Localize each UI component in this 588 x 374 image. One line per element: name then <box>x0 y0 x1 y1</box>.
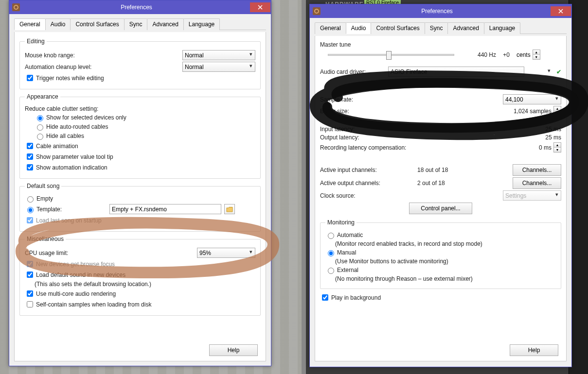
tab-audio[interactable]: Audio <box>346 22 372 34</box>
window-title: Preferences <box>23 4 250 11</box>
browse-template-button[interactable] <box>224 204 235 214</box>
close-icon <box>258 5 263 10</box>
tab-general[interactable]: General <box>14 18 46 30</box>
sample-rate-select[interactable]: 44,100 <box>503 94 561 104</box>
rc-hide-auto-radio[interactable] <box>37 124 43 131</box>
cpu-limit-label: CPU usage limit: <box>25 250 68 256</box>
play-bg-checkbox[interactable] <box>322 294 328 301</box>
buffer-spinner[interactable]: ▲▼ <box>553 106 561 116</box>
driver-ok-icon: ✔ <box>556 68 561 75</box>
auto-indication-checkbox[interactable] <box>27 164 33 170</box>
sample-rate-label: Sample rate: <box>320 96 437 103</box>
preferences-dialog-general: Preferences General Audio Control Surfac… <box>9 0 271 366</box>
buffer-size-label: Buffer size: <box>320 108 437 115</box>
slider-thumb[interactable] <box>386 51 392 60</box>
tab-sync[interactable]: Sync <box>425 22 448 34</box>
spin-down[interactable]: ▼ <box>533 55 540 59</box>
mon-ext-radio[interactable] <box>328 268 334 274</box>
cable-animation-label: Cable animation <box>36 143 78 150</box>
preferences-dialog-audio: Preferences General Audio Control Surfac… <box>309 4 572 367</box>
selfcontain-checkbox[interactable] <box>27 301 33 307</box>
mon-ext-label: External <box>337 267 358 273</box>
tabstrip: General Audio Control Surfaces Sync Adva… <box>315 22 567 34</box>
ds-load-last-label: Load last song on startup <box>36 217 102 224</box>
tab-advanced[interactable]: Advanced <box>147 18 183 30</box>
spin-up[interactable]: ▲ <box>533 50 540 55</box>
appearance-legend: Appearance <box>25 93 60 100</box>
mon-auto-label: Automatic <box>337 232 363 238</box>
param-tooltip-checkbox[interactable] <box>27 153 33 160</box>
load-default-sound-note: (This also sets the default browsing loc… <box>35 281 151 288</box>
mon-manual-radio[interactable] <box>328 250 334 256</box>
group-default-song: Default song Empty Template: Load last s… <box>19 183 261 232</box>
spin-down[interactable]: ▼ <box>554 148 561 152</box>
cpu-limit-select[interactable]: 95% <box>197 248 255 258</box>
window-title: Preferences <box>323 8 551 15</box>
titlebar[interactable]: Preferences <box>9 0 271 14</box>
tab-sync[interactable]: Sync <box>124 18 148 30</box>
app-icon <box>12 3 20 11</box>
multicore-checkbox[interactable] <box>27 290 33 297</box>
close-button[interactable] <box>551 6 571 16</box>
tab-advanced[interactable]: Advanced <box>447 22 484 34</box>
tab-control-surfaces[interactable]: Control Surfaces <box>371 22 425 34</box>
spin-up[interactable]: ▲ <box>554 106 561 111</box>
tabstrip: General Audio Control Surfaces Sync Adva… <box>14 18 266 30</box>
rc-hide-all-radio[interactable] <box>37 134 43 140</box>
group-appearance: Appearance Reduce cable clutter setting:… <box>19 93 261 179</box>
in-channels-button[interactable]: Channels... <box>513 164 561 176</box>
buffer-size-value: 1,024 samples <box>508 108 552 115</box>
mon-auto-radio[interactable] <box>328 233 334 239</box>
driver-label: Audio card driver: <box>320 68 388 75</box>
active-in-value: 18 out of 18 <box>417 167 466 173</box>
trigger-notes-label: Trigger notes while editing <box>36 75 104 82</box>
default-song-legend: Default song <box>25 183 61 189</box>
tab-language[interactable]: Language <box>484 22 520 34</box>
control-panel-button[interactable]: Control panel... <box>409 203 472 214</box>
ds-empty-label: Empty <box>36 195 53 202</box>
cable-animation-checkbox[interactable] <box>27 143 33 149</box>
folder-icon <box>226 206 233 212</box>
help-button[interactable]: Help <box>510 344 558 356</box>
spin-up[interactable]: ▲ <box>554 143 561 148</box>
rc-hide-auto-label: Hide auto-routed cables <box>46 123 108 130</box>
ds-template-label: Template: <box>36 206 109 213</box>
rec-comp-label: Recording latency compensation: <box>320 144 446 151</box>
tab-language[interactable]: Language <box>183 18 220 30</box>
automation-cleanup-label: Automation cleanup level: <box>25 64 91 70</box>
titlebar[interactable]: Preferences <box>310 4 571 18</box>
rec-comp-spinner[interactable]: ▲▼ <box>553 142 561 153</box>
tab-audio[interactable]: Audio <box>45 18 71 30</box>
in-latency-value: 25 ms <box>517 126 561 133</box>
load-default-sound-checkbox[interactable] <box>27 272 33 278</box>
tab-control-surfaces[interactable]: Control Surfaces <box>70 18 124 30</box>
master-tune-label: Master tune <box>320 41 351 48</box>
rc-hide-all-label: Hide all cables <box>46 133 84 139</box>
ds-template-radio[interactable] <box>27 207 34 213</box>
ds-template-field[interactable] <box>109 204 221 214</box>
automation-cleanup-select[interactable]: Normal <box>182 62 255 72</box>
close-icon <box>558 9 563 14</box>
mon-auto-note: (Monitor record enabled tracks, in recor… <box>335 240 482 247</box>
ds-empty-radio[interactable] <box>27 196 34 203</box>
group-editing: Editing Mouse knob range: Normal Automat… <box>19 38 261 89</box>
out-latency-value: 25 ms <box>517 134 561 141</box>
spin-down[interactable]: ▼ <box>554 111 561 116</box>
new-devices-focus-checkbox[interactable] <box>27 261 33 267</box>
ds-load-last-checkbox[interactable] <box>27 217 33 223</box>
help-button[interactable]: Help <box>209 344 258 356</box>
mouse-knob-select[interactable]: Normal <box>182 50 255 60</box>
driver-select[interactable]: ASIO Fireface <box>388 67 524 77</box>
tune-spinner[interactable]: ▲▼ <box>533 50 540 60</box>
monitoring-legend: Monitoring <box>325 219 356 226</box>
editing-legend: Editing <box>25 38 47 45</box>
tab-general[interactable]: General <box>315 22 346 34</box>
clock-source-select: Settings <box>503 190 561 201</box>
out-latency-label: Output latency: <box>320 134 437 141</box>
master-tune-slider[interactable] <box>328 54 454 56</box>
close-button[interactable] <box>250 2 270 12</box>
auto-indication-label: Show automation indication <box>36 164 107 171</box>
rc-selected-only-radio[interactable] <box>37 115 43 121</box>
out-channels-button[interactable]: Channels... <box>513 177 561 189</box>
trigger-notes-checkbox[interactable] <box>27 75 33 81</box>
